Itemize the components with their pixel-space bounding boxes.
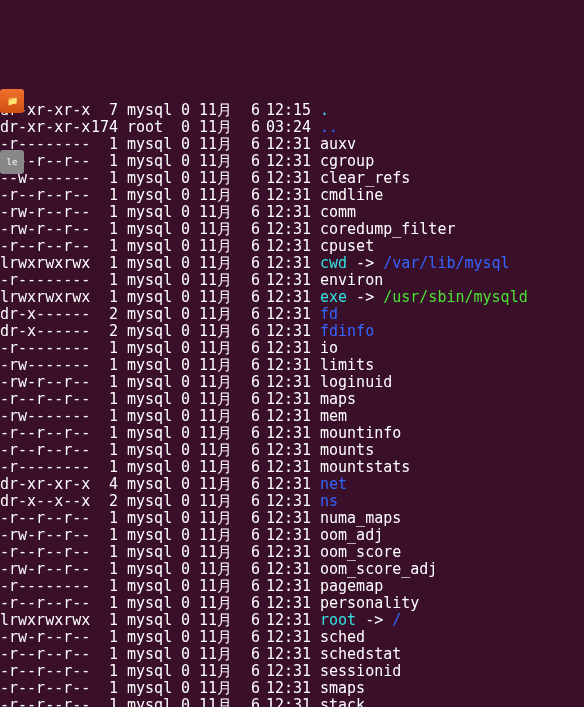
perm-col: -rw-r--r-- xyxy=(0,527,82,544)
listing-row: -r--r--r--1 mysql0 11月612:31numa_maps xyxy=(0,510,584,527)
links-col: 1 xyxy=(82,391,118,408)
group-col: 0 xyxy=(172,238,190,255)
group-col: 0 xyxy=(172,289,190,306)
owner-col: mysql xyxy=(118,527,172,544)
time-col: 12:31 xyxy=(260,612,314,629)
listing-row: dr-xr-xr-x7 mysql0 11月612:15. xyxy=(0,102,584,119)
filename-segment: mounts xyxy=(320,442,374,459)
day-col: 6 xyxy=(232,170,260,187)
time-col: 12:31 xyxy=(260,459,314,476)
month-col: 11月 xyxy=(190,119,232,136)
filename-segment: /usr/sbin/mysqld xyxy=(383,289,528,306)
month-col: 11月 xyxy=(190,425,232,442)
launcher-sidebar: 📁 le xyxy=(0,55,26,194)
month-col: 11月 xyxy=(190,459,232,476)
launcher-tile-files[interactable]: 📁 xyxy=(0,89,24,113)
month-col: 11月 xyxy=(190,374,232,391)
owner-col: mysql xyxy=(118,187,172,204)
day-col: 6 xyxy=(232,238,260,255)
listing-row: lrwxrwxrwx1 mysql0 11月612:31root -> / xyxy=(0,612,584,629)
owner-col: mysql xyxy=(118,561,172,578)
month-col: 11月 xyxy=(190,272,232,289)
filename-segment: -> xyxy=(356,612,392,629)
listing-row: -rw-r--r--1 mysql0 11月612:31oom_score_ad… xyxy=(0,561,584,578)
perm-col: -r--r--r-- xyxy=(0,442,82,459)
day-col: 6 xyxy=(232,374,260,391)
group-col: 0 xyxy=(172,221,190,238)
listing-row: -rw-------1 mysql0 11月612:31mem xyxy=(0,408,584,425)
links-col: 1 xyxy=(82,680,118,697)
owner-col: mysql xyxy=(118,170,172,187)
links-col: 1 xyxy=(82,357,118,374)
filename-segment: limits xyxy=(320,357,374,374)
group-col: 0 xyxy=(172,629,190,646)
perm-col: -r-------- xyxy=(0,459,82,476)
owner-col: mysql xyxy=(118,340,172,357)
day-col: 6 xyxy=(232,646,260,663)
day-col: 6 xyxy=(232,629,260,646)
day-col: 6 xyxy=(232,153,260,170)
filename-col: oom_adj xyxy=(314,527,383,544)
month-col: 11月 xyxy=(190,629,232,646)
links-col: 1 xyxy=(82,221,118,238)
filename-col: cwd -> /var/lib/mysql xyxy=(314,255,510,272)
month-col: 11月 xyxy=(190,561,232,578)
filename-col: loginuid xyxy=(314,374,392,391)
owner-col: mysql xyxy=(118,629,172,646)
owner-col: mysql xyxy=(118,238,172,255)
filename-col: cgroup xyxy=(314,153,374,170)
listing-row: -r--r--r--1 mysql0 11月612:31smaps xyxy=(0,680,584,697)
perm-col: -rw-r--r-- xyxy=(0,221,82,238)
links-col: 7 xyxy=(82,102,118,119)
links-col: 1 xyxy=(82,255,118,272)
time-col: 12:31 xyxy=(260,170,314,187)
perm-col: -r--r--r-- xyxy=(0,425,82,442)
day-col: 6 xyxy=(232,272,260,289)
filename-col: comm xyxy=(314,204,356,221)
listing-row: -r--r--r--1 mysql0 11月612:31cgroup xyxy=(0,153,584,170)
day-col: 6 xyxy=(232,578,260,595)
month-col: 11月 xyxy=(190,289,232,306)
month-col: 11月 xyxy=(190,204,232,221)
group-col: 0 xyxy=(172,136,190,153)
group-col: 0 xyxy=(172,119,190,136)
launcher-tile-le[interactable]: le xyxy=(0,150,24,174)
month-col: 11月 xyxy=(190,527,232,544)
day-col: 6 xyxy=(232,187,260,204)
group-col: 0 xyxy=(172,697,190,707)
listing-row: -r--r--r--1 mysql0 11月612:31oom_score xyxy=(0,544,584,561)
month-col: 11月 xyxy=(190,238,232,255)
perm-col: lrwxrwxrwx xyxy=(0,255,82,272)
filename-segment: /var/lib/mysql xyxy=(383,255,509,272)
group-col: 0 xyxy=(172,442,190,459)
time-col: 12:31 xyxy=(260,697,314,707)
perm-col: -r--r--r-- xyxy=(0,544,82,561)
month-col: 11月 xyxy=(190,680,232,697)
listing-row: -r--r--r--1 mysql0 11月612:31sessionid xyxy=(0,663,584,680)
perm-col: -rw------- xyxy=(0,408,82,425)
time-col: 12:31 xyxy=(260,391,314,408)
filename-col: clear_refs xyxy=(314,170,410,187)
listing-row: dr-x------2 mysql0 11月612:31fd xyxy=(0,306,584,323)
day-col: 6 xyxy=(232,595,260,612)
time-col: 12:31 xyxy=(260,663,314,680)
owner-col: mysql xyxy=(118,425,172,442)
folder-icon: 📁 xyxy=(7,93,18,110)
group-col: 0 xyxy=(172,170,190,187)
owner-col: mysql xyxy=(118,357,172,374)
time-col: 12:31 xyxy=(260,204,314,221)
owner-col: mysql xyxy=(118,663,172,680)
filename-col: smaps xyxy=(314,680,365,697)
filename-segment: mountinfo xyxy=(320,425,401,442)
time-col: 12:31 xyxy=(260,323,314,340)
links-col: 1 xyxy=(82,544,118,561)
listing-row: lrwxrwxrwx1 mysql0 11月612:31exe -> /usr/… xyxy=(0,289,584,306)
month-col: 11月 xyxy=(190,442,232,459)
time-col: 12:31 xyxy=(260,493,314,510)
filename-col: oom_score xyxy=(314,544,401,561)
group-col: 0 xyxy=(172,493,190,510)
group-col: 0 xyxy=(172,391,190,408)
month-col: 11月 xyxy=(190,255,232,272)
links-col: 1 xyxy=(82,170,118,187)
day-col: 6 xyxy=(232,527,260,544)
